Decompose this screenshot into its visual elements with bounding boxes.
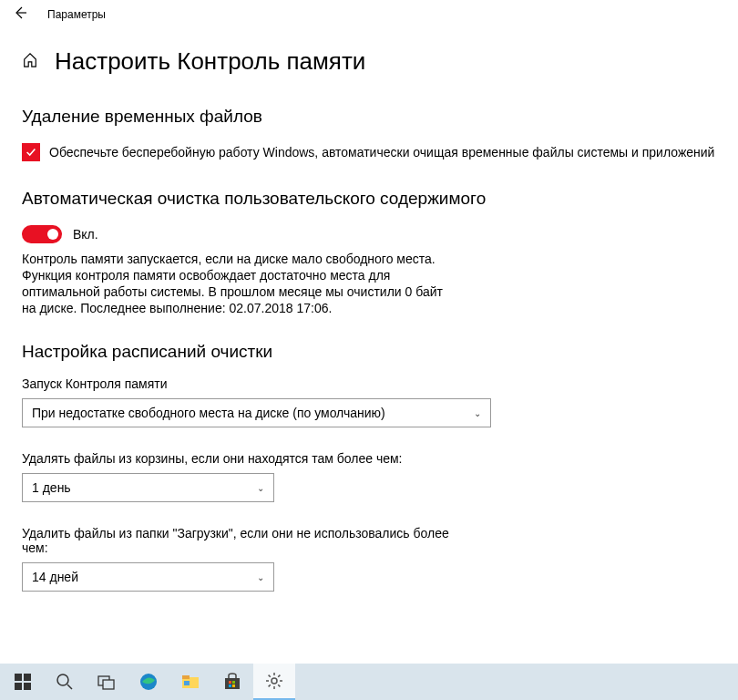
edge-icon[interactable] — [128, 664, 169, 700]
file-explorer-icon[interactable] — [169, 664, 211, 700]
temp-files-heading: Удаление временных файлов — [22, 107, 716, 127]
chevron-down-icon: ⌄ — [257, 572, 264, 582]
recycle-bin-label: Удалять файлы из корзины, если они наход… — [22, 451, 477, 466]
svg-rect-16 — [229, 685, 231, 687]
storage-sense-description: Контроль памяти запускается, если на дис… — [22, 251, 459, 316]
window-title: Параметры — [47, 8, 106, 21]
run-schedule-dropdown[interactable]: При недостатке свободного места на диске… — [22, 398, 491, 427]
back-button[interactable] — [13, 5, 27, 24]
downloads-dropdown[interactable]: 14 дней ⌄ — [22, 562, 274, 592]
temp-files-checkbox[interactable] — [22, 143, 40, 161]
schedule-heading: Настройка расписаний очистки — [22, 342, 716, 362]
start-button[interactable] — [2, 664, 44, 700]
temp-files-checkbox-label: Обеспечьте бесперебойную работу Windows,… — [49, 143, 714, 161]
svg-rect-15 — [232, 681, 235, 684]
search-button[interactable] — [44, 664, 86, 700]
svg-rect-14 — [229, 681, 231, 684]
recycle-bin-value: 1 день — [32, 480, 71, 495]
svg-rect-2 — [24, 674, 31, 681]
svg-rect-3 — [15, 683, 22, 690]
svg-line-6 — [67, 685, 72, 689]
page-title: Настроить Контроль памяти — [55, 47, 365, 76]
svg-rect-12 — [184, 681, 190, 685]
recycle-bin-dropdown[interactable]: 1 день ⌄ — [22, 473, 274, 502]
auto-cleanup-heading: Автоматическая очистка пользовательского… — [22, 189, 716, 209]
downloads-value: 14 дней — [32, 570, 78, 584]
chevron-down-icon: ⌄ — [474, 408, 481, 418]
run-schedule-value: При недостатке свободного места на диске… — [32, 406, 385, 420]
storage-sense-toggle[interactable] — [22, 225, 62, 243]
svg-point-5 — [57, 674, 68, 685]
svg-rect-4 — [24, 683, 31, 690]
taskbar — [0, 664, 738, 700]
storage-sense-toggle-label: Вкл. — [73, 227, 98, 242]
store-icon[interactable] — [211, 664, 253, 700]
chevron-down-icon: ⌄ — [257, 483, 264, 493]
svg-rect-11 — [182, 675, 190, 679]
svg-rect-1 — [15, 674, 22, 681]
task-view-button[interactable] — [86, 664, 128, 700]
run-schedule-label: Запуск Контроля памяти — [22, 376, 477, 391]
settings-icon[interactable] — [253, 664, 295, 700]
svg-rect-8 — [103, 680, 114, 689]
home-icon[interactable] — [22, 52, 38, 71]
svg-rect-17 — [232, 685, 235, 687]
svg-point-18 — [272, 678, 277, 684]
downloads-label: Удалить файлы из папки "Загрузки", если … — [22, 526, 477, 555]
